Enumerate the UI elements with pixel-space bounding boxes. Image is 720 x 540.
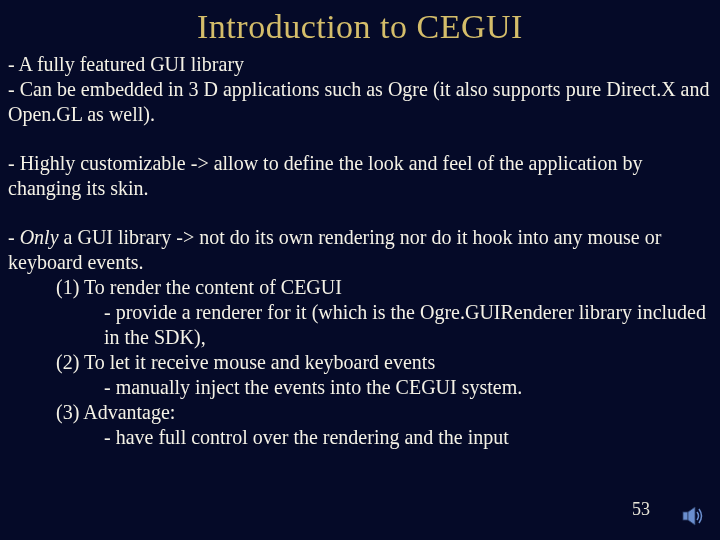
svg-marker-1	[688, 507, 695, 525]
sub-sub-bullet: - provide a renderer for it (which is th…	[8, 300, 712, 350]
emphasis: Only	[20, 226, 59, 248]
sub-bullet: (1) To render the content of CEGUI	[8, 275, 712, 300]
sub-sub-bullet: - manually inject the events into the CE…	[8, 375, 712, 400]
bullet-line: - Can be embedded in 3 D applications su…	[8, 77, 712, 127]
sub-sub-bullet: - have full control over the rendering a…	[8, 425, 712, 450]
speaker-icon	[682, 506, 706, 526]
sub-bullet: (2) To let it receive mouse and keyboard…	[8, 350, 712, 375]
text: -	[8, 226, 20, 248]
slide-body: - A fully featured GUI library - Can be …	[0, 46, 720, 450]
svg-rect-0	[683, 512, 688, 520]
bullet-line: - Only a GUI library -> not do its own r…	[8, 225, 712, 275]
slide-title: Introduction to CEGUI	[0, 0, 720, 46]
text: a GUI library -> not do its own renderin…	[8, 226, 661, 273]
bullet-line: - Highly customizable -> allow to define…	[8, 151, 712, 201]
page-number: 53	[632, 499, 650, 520]
slide: Introduction to CEGUI - A fully featured…	[0, 0, 720, 540]
sub-bullet: (3) Advantage:	[8, 400, 712, 425]
bullet-line: - A fully featured GUI library	[8, 52, 712, 77]
